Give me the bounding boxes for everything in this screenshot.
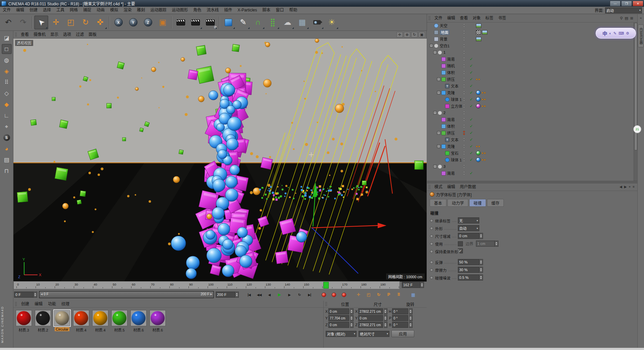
object-label[interactable]: 宝石 <box>451 150 459 156</box>
record-position-toggle[interactable]: ✛ <box>354 291 363 298</box>
texture-tag-icon[interactable] <box>476 23 481 28</box>
tab-碰撞[interactable]: 碰撞 <box>469 199 486 207</box>
visibility-dots[interactable] <box>463 151 465 155</box>
prev-frame-button[interactable]: ◀ <box>265 291 273 298</box>
render-picture-viewer-button[interactable] <box>189 15 203 30</box>
render-view-button[interactable] <box>174 15 188 30</box>
visibility-dots[interactable] <box>463 37 465 41</box>
tree-row[interactable]: 球体 1✓ <box>427 156 634 163</box>
visibility-dots[interactable] <box>463 144 465 148</box>
enabled-check-icon[interactable]: ✓ <box>470 97 473 102</box>
object-label[interactable]: 克隆 <box>447 90 455 95</box>
material-thumbnail[interactable] <box>16 310 32 326</box>
tree-row[interactable]: 体积✓ <box>427 123 634 130</box>
menu-item-4[interactable]: 选择 <box>40 7 54 14</box>
object-label[interactable]: 1 <box>443 50 445 54</box>
tree-row[interactable]: 简易✓ <box>427 56 634 62</box>
enabled-check-icon[interactable]: ✓ <box>470 171 473 176</box>
panel-grip[interactable] <box>428 16 431 20</box>
enabled-check-icon[interactable]: ✓ <box>470 157 473 162</box>
material-menu-item-1[interactable]: 创建 <box>18 301 32 308</box>
render-settings-button[interactable]: ⚙ <box>203 15 217 30</box>
viewport-menu-item-2[interactable]: 摄像机 <box>31 31 48 38</box>
lock-z-button[interactable]: Z <box>141 15 155 30</box>
material-item[interactable]: 材质.3 <box>15 310 32 333</box>
expand-caret-icon[interactable]: − <box>433 51 437 54</box>
menu-item-12[interactable]: 运动跟踪 <box>148 7 169 14</box>
object-label[interactable]: 简易 <box>447 117 455 122</box>
viewport-solo-button[interactable]: ⌖ <box>2 121 12 132</box>
content-browser-tab[interactable]: 内容浏览器 <box>638 24 644 47</box>
tree-row[interactable]: −克隆✓ <box>427 89 634 96</box>
lock-y-button[interactable]: Y <box>126 15 140 30</box>
model-mode-button[interactable]: □ <box>2 44 12 54</box>
visibility-dots[interactable] <box>463 171 465 175</box>
menu-item-16[interactable]: 插件 <box>221 7 235 14</box>
position-z-stepper[interactable] <box>350 322 354 328</box>
object-label[interactable]: 挤压 <box>447 130 455 136</box>
friction-stepper[interactable] <box>479 267 483 273</box>
am-target-icon[interactable]: ⌖ <box>629 185 631 189</box>
expression-tag-icon[interactable] <box>482 92 486 94</box>
size-increment-stepper[interactable] <box>479 233 483 239</box>
visibility-dots[interactable] <box>463 70 465 74</box>
tree-row[interactable]: −克隆✓ <box>427 143 634 150</box>
record-parameter-toggle[interactable]: P <box>384 291 393 298</box>
visibility-dots[interactable] <box>463 117 465 121</box>
visibility-dots[interactable] <box>463 104 465 108</box>
material-menu-item-4[interactable]: 纹理 <box>59 301 72 308</box>
panel-grip[interactable] <box>15 32 17 37</box>
material-item[interactable]: 材质.6 <box>130 310 147 333</box>
visibility-dots[interactable] <box>463 91 465 95</box>
rotate-tool-button[interactable]: ↻ <box>78 15 93 30</box>
add-cube-button[interactable] <box>221 15 235 30</box>
om-menu-item-5[interactable]: 标签 <box>483 15 496 22</box>
visibility-dots[interactable] <box>463 131 465 135</box>
material-thumbnail[interactable] <box>54 310 70 326</box>
om-menu-item-2[interactable]: 编辑 <box>445 15 458 22</box>
simulation-button[interactable]: ☁ <box>280 15 294 30</box>
expand-caret-icon[interactable]: − <box>437 78 440 81</box>
minimize-button[interactable]: — <box>610 1 621 6</box>
om-menu-item-1[interactable]: 文件 <box>432 15 445 22</box>
panel-grip[interactable] <box>325 302 327 306</box>
panel-grip[interactable] <box>428 185 431 189</box>
tree-row[interactable]: 立方体✓ <box>427 103 634 109</box>
menu-item-19[interactable]: 窗口 <box>273 7 286 14</box>
start-frame-stepper[interactable] <box>34 292 37 298</box>
camera-button[interactable] <box>310 15 324 30</box>
scale-tool-button[interactable]: ◰ <box>64 15 78 30</box>
object-label[interactable]: 球体 1 <box>451 97 462 102</box>
visibility-dots[interactable] <box>463 124 465 128</box>
play-mode-button[interactable]: ↻ <box>295 291 304 298</box>
om-menu-item-6[interactable]: 书签 <box>496 15 508 22</box>
enabled-check-icon[interactable]: ✓ <box>470 131 473 135</box>
om-menu-item-3[interactable]: 查看 <box>458 15 470 22</box>
visibility-dots[interactable] <box>463 111 465 115</box>
expand-caret-icon[interactable]: − <box>433 165 437 168</box>
timeline-ruler[interactable]: 0102030405060708090100110120130140150160… <box>13 281 400 289</box>
material-thumbnail[interactable] <box>130 310 147 326</box>
am-menu-icon[interactable]: ≡ <box>633 185 635 189</box>
dynamics-tag-icon[interactable] <box>476 104 481 108</box>
close-button[interactable]: ✕ <box>633 1 643 6</box>
dynamics-tag-icon[interactable] <box>476 97 481 102</box>
object-label[interactable]: 立方体 <box>451 103 463 109</box>
compositing-tag-icon[interactable] <box>476 30 481 35</box>
material-menu-item-3[interactable]: 功能 <box>45 301 59 308</box>
enabled-check-icon[interactable]: ✓ <box>470 117 473 122</box>
dynamics-tag-icon[interactable] <box>476 151 481 155</box>
mograph-button[interactable]: ⣿ <box>266 15 280 30</box>
rotation-b-stepper[interactable] <box>409 322 413 328</box>
visibility-dots[interactable] <box>463 84 465 88</box>
visibility-dots[interactable] <box>463 57 465 61</box>
friction-input[interactable]: 30 % <box>458 267 479 273</box>
am-menu-item-3[interactable]: 用户数据 <box>458 184 478 191</box>
rotate-view-icon[interactable]: ↻ <box>411 32 418 38</box>
object-label[interactable]: 简易 <box>447 56 455 62</box>
polygons-mode-button[interactable]: ◆ <box>2 99 12 109</box>
material-thumbnail[interactable] <box>111 310 127 326</box>
current-frame-input[interactable]: 162 F <box>402 282 420 288</box>
object-label[interactable]: 文本 <box>451 83 459 89</box>
use-checkbox[interactable] <box>458 241 463 246</box>
